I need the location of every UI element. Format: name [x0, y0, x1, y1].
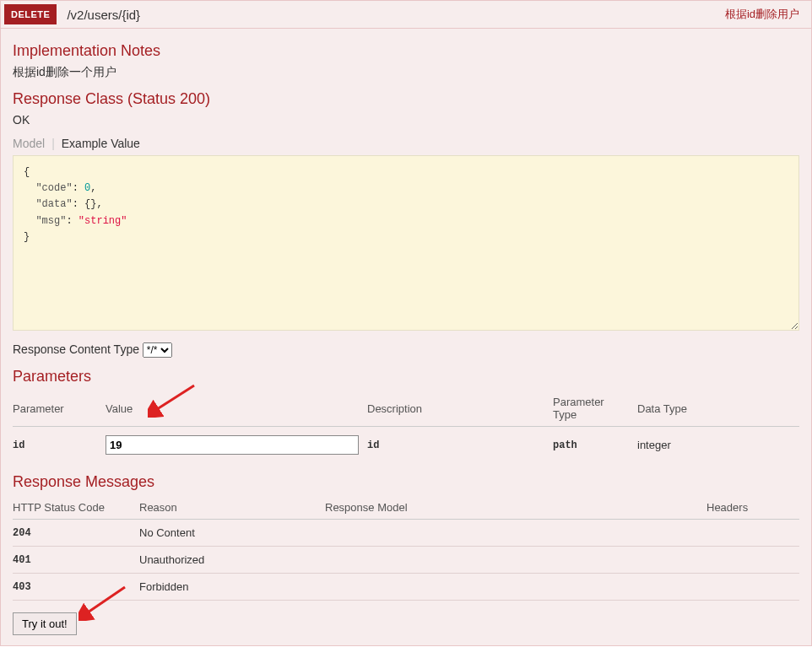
- status-code: 403: [13, 574, 139, 601]
- col-http-status: HTTP Status Code: [13, 496, 139, 520]
- tab-model[interactable]: Model: [13, 137, 51, 150]
- status-code: 204: [13, 520, 139, 547]
- response-tabs: Model|Example Value: [13, 137, 799, 150]
- param-value-cell: [106, 427, 367, 464]
- col-value: Value: [106, 391, 367, 427]
- implementation-notes-text: 根据id删除一个用户: [13, 65, 799, 80]
- response-content-type-row: Response Content Type */*: [13, 342, 799, 358]
- tab-separator: |: [51, 137, 55, 150]
- status-headers: [706, 547, 799, 574]
- operation-content: Implementation Notes 根据id删除一个用户 Response…: [1, 29, 811, 645]
- param-description: id: [367, 427, 553, 464]
- response-content-type-select[interactable]: */*: [143, 342, 172, 358]
- tab-example-value[interactable]: Example Value: [62, 137, 147, 150]
- col-response-model: Response Model: [325, 496, 706, 520]
- col-reason: Reason: [139, 496, 325, 520]
- operation-delete-users-id: DELETE /v2/users/{id} 根据id删除用户 Implement…: [0, 0, 812, 646]
- col-parameter: Parameter: [13, 391, 106, 427]
- status-reason: Unauthorized: [139, 547, 325, 574]
- table-row: 403 Forbidden: [13, 574, 799, 601]
- response-messages-table: HTTP Status Code Reason Response Model H…: [13, 496, 799, 601]
- try-it-out-button[interactable]: Try it out!: [13, 612, 77, 635]
- status-headers: [706, 520, 799, 547]
- response-content-type-label: Response Content Type: [13, 342, 139, 356]
- status-reason: No Content: [139, 520, 325, 547]
- operation-heading[interactable]: DELETE /v2/users/{id} 根据id删除用户: [1, 1, 811, 29]
- param-data-type: integer: [637, 427, 799, 464]
- parameters-title: Parameters: [13, 368, 799, 386]
- table-row: 401 Unauthorized: [13, 547, 799, 574]
- col-parameter-type: Parameter Type: [553, 391, 637, 427]
- col-data-type: Data Type: [637, 391, 799, 427]
- status-reason: Forbidden: [139, 574, 325, 601]
- table-row: 204 No Content: [13, 520, 799, 547]
- table-row: id id path integer: [13, 427, 799, 464]
- status-model: [325, 547, 706, 574]
- response-messages-title: Response Messages: [13, 473, 799, 491]
- operation-summary: 根据id删除用户: [725, 7, 804, 22]
- response-class-status: OK: [13, 113, 799, 127]
- parameters-table: Parameter Value Description Parameter Ty…: [13, 391, 799, 463]
- endpoint-path: /v2/users/{id}: [65, 8, 724, 22]
- status-headers: [706, 574, 799, 601]
- status-code: 401: [13, 547, 139, 574]
- example-value-code[interactable]: { "code": 0, "data": {}, "msg": "string"…: [13, 155, 799, 331]
- status-model: [325, 574, 706, 601]
- col-headers: Headers: [706, 496, 799, 520]
- param-value-input[interactable]: [106, 435, 359, 455]
- param-name: id: [13, 427, 106, 464]
- response-class-title: Response Class (Status 200): [13, 90, 799, 108]
- implementation-notes-title: Implementation Notes: [13, 42, 799, 60]
- status-model: [325, 520, 706, 547]
- http-method-badge: DELETE: [4, 4, 57, 24]
- param-type: path: [553, 427, 637, 464]
- col-description: Description: [367, 391, 553, 427]
